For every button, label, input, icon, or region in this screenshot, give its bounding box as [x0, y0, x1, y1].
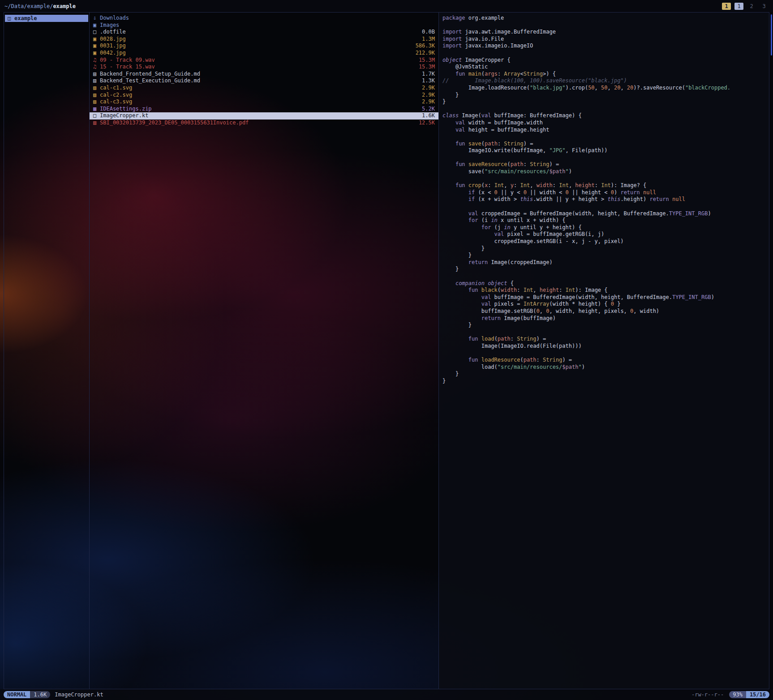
file-list-pane: ⇩Downloads▣Images□.dotfile0.0B▣0028.jpg1…	[90, 13, 439, 689]
code-line: buffImage.setRGB(0, 0, width, height, pi…	[442, 308, 766, 315]
file-size: 1.7K	[422, 71, 435, 78]
file-size: 2.9K	[422, 85, 435, 92]
code-line: }	[442, 98, 766, 106]
code-line: companion object {	[442, 280, 766, 287]
download-icon: ⇩	[93, 15, 100, 22]
code-line: save("src/main/resources/$path")	[442, 168, 766, 175]
file-size: 15.3M	[419, 57, 435, 64]
code-line	[442, 350, 766, 357]
code-line: fun crop(x: Int, y: Int, width: Int, hei…	[442, 182, 766, 189]
file-name: 0042.jpg	[100, 50, 416, 57]
code-line: fun load(path: String) =	[442, 336, 766, 343]
code-line	[442, 273, 766, 280]
vector-icon: ▧	[93, 98, 100, 106]
file-row[interactable]: ▣Images	[90, 22, 438, 29]
file-row[interactable]: ▣0031.jpg586.3K	[90, 43, 438, 50]
file-row[interactable]: ♫09 - Track 09.wav15.3M	[90, 57, 438, 64]
code-line	[442, 329, 766, 336]
image-icon: ▣	[93, 43, 100, 50]
file-row[interactable]: ⇩Downloads	[90, 15, 438, 22]
file-name: IDEAsettings.zip	[100, 106, 422, 113]
path-prefix: ~/Data/example/	[4, 3, 53, 9]
code-line	[442, 50, 766, 57]
file-size-badge: 1.6K	[30, 691, 50, 698]
code-line: // Image.black(100, 100).saveResource("b…	[442, 77, 766, 85]
archive-icon: ▦	[93, 106, 100, 113]
code-line: val height = buffImage.height	[442, 127, 766, 134]
code-line: for (i in x until x + width) {	[442, 217, 766, 224]
cursor-position-badge: 15/16	[746, 691, 769, 698]
tab-3[interactable]: 2	[747, 3, 756, 10]
markdown-icon: ▤	[93, 71, 100, 78]
mode-indicator: NORMAL	[4, 691, 30, 698]
code-line: fun loadResource(path: String) =	[442, 357, 766, 364]
code-line: load("src/main/resources/$path")	[442, 364, 766, 371]
code-line: val pixel = buffImage.getRGB(i, j)	[442, 231, 766, 238]
file-row[interactable]: ▤Backend_Frontend_Setup_Guide.md1.7K	[90, 71, 438, 78]
file-name: cal-c3.svg	[100, 98, 422, 106]
code-line: fun saveResource(path: String) =	[442, 161, 766, 168]
file-name: 0028.jpg	[100, 36, 422, 43]
code-line: }	[442, 378, 766, 385]
file-row[interactable]: ♫15 - Track 15.wav15.3M	[90, 64, 438, 71]
code-line: val croppedImage = BufferedImage(width, …	[442, 210, 766, 218]
file-size: 586.3K	[416, 43, 435, 50]
file-size: 212.9K	[416, 50, 435, 57]
path-current: example	[53, 3, 76, 9]
file-row[interactable]: ▧cal-c1.svg2.9K	[90, 85, 438, 92]
parent-pane: ◫example	[4, 13, 90, 689]
preview-pane: package org.example import java.awt.imag…	[439, 13, 769, 689]
file-size: 2.9K	[422, 98, 435, 106]
file-size: 2.9K	[422, 92, 435, 99]
file-name: Backend_Frontend_Setup_Guide.md	[100, 71, 422, 78]
file-name: SBI_0032013739_2023_DE05_0003155631Invoi…	[100, 120, 419, 127]
file-row[interactable]: □ImageCropper.kt1.6K	[90, 112, 438, 120]
file-row[interactable]: ▥SBI_0032013739_2023_DE05_0003155631Invo…	[90, 120, 438, 127]
file-size: 5.2K	[422, 106, 435, 113]
code-line: Image(ImageIO.read(File(path)))	[442, 343, 766, 350]
tab-4[interactable]: 3	[760, 3, 769, 10]
file-row[interactable]: □.dotfile0.0B	[90, 29, 438, 36]
file-size: 15.3M	[419, 64, 435, 71]
code-line: return Image(buffImage)	[442, 315, 766, 322]
parent-item-example[interactable]: ◫example	[5, 15, 88, 22]
file-name: 0031.jpg	[100, 43, 416, 50]
code-line	[442, 175, 766, 183]
code-line: for (j in y until y + height) {	[442, 224, 766, 231]
code-line: return Image(croppedImage)	[442, 259, 766, 266]
preview-scrollbar[interactable]	[771, 14, 772, 55]
file-size: 12.5K	[419, 120, 435, 127]
code-line: fun black(width: Int, height: Int): Imag…	[442, 287, 766, 294]
file-size: 0.0B	[422, 29, 435, 36]
vector-icon: ▧	[93, 92, 100, 99]
code-line: Image.loadResource("black.jpg").crop(50,…	[442, 85, 766, 92]
tab-1[interactable]: 1	[722, 3, 731, 10]
file-row[interactable]: ▧cal-c3.svg2.9K	[90, 98, 438, 106]
file-size: 1.6K	[422, 112, 435, 120]
file-name: cal-c1.svg	[100, 85, 422, 92]
status-file-name: ImageCropper.kt	[55, 691, 103, 698]
code-line	[442, 22, 766, 29]
code-line: import javax.imageio.ImageIO	[442, 43, 766, 50]
file-row[interactable]: ▤Backend_Test_Execution_Guide.md1.3K	[90, 77, 438, 85]
file-name: ImageCropper.kt	[100, 112, 422, 120]
image-icon: ▣	[93, 36, 100, 43]
file-row[interactable]: ▣0028.jpg1.3M	[90, 36, 438, 43]
file-row[interactable]: ▦IDEAsettings.zip5.2K	[90, 106, 438, 113]
code-line	[442, 133, 766, 141]
audio-icon: ♫	[93, 64, 100, 71]
file-row[interactable]: ▧cal-c2.svg2.9K	[90, 92, 438, 99]
code-line: fun save(path: String) =	[442, 141, 766, 148]
image-folder-icon: ▣	[93, 22, 100, 29]
code-line: }	[442, 252, 766, 259]
file-name: .dotfile	[100, 29, 422, 36]
file-name: Backend_Test_Execution_Guide.md	[100, 77, 422, 85]
file-name: cal-c2.svg	[100, 92, 422, 99]
file-row[interactable]: ▣0042.jpg212.9K	[90, 50, 438, 57]
file-name: 15 - Track 15.wav	[100, 64, 419, 71]
code-line: ImageIO.write(buffImage, "JPG", File(pat…	[442, 147, 766, 154]
vector-icon: ▧	[93, 85, 100, 92]
status-left: NORMAL 1.6K ImageCropper.kt	[4, 691, 103, 698]
file-size: 1.3M	[422, 36, 435, 43]
tab-2[interactable]: 1	[734, 3, 743, 10]
